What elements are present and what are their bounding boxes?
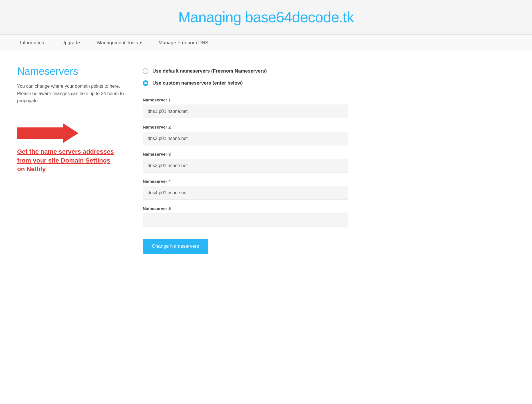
nameserver-2-group: Nameserver 2 [143,125,382,145]
nameserver-1-group: Nameserver 1 [143,97,382,118]
nav-information[interactable]: Information [11,35,53,51]
nav-manage-freenom-dns[interactable]: Manage Freenom DNS [150,35,217,51]
nav-management-tools[interactable]: Management Tools ▾ [88,35,150,51]
radio-circle-default [143,68,148,74]
nameserver-4-group: Nameserver 4 [143,179,382,200]
nameserver-1-label: Nameserver 1 [143,97,382,102]
page-title: Managing base64decode.tk [6,9,526,26]
nameserver-4-input[interactable] [143,186,348,200]
page-header: Managing base64decode.tk [0,0,532,35]
arrow-annotation: Get the name servers addresses from your… [17,122,126,174]
nameserver-1-input[interactable] [143,105,348,118]
nameserver-3-input[interactable] [143,159,348,173]
main-content: Nameservers You can change where your do… [0,51,400,268]
annotation-text: Get the name servers addresses from your… [17,147,117,174]
radio-default-nameservers[interactable]: Use default nameservers (Freenom Nameser… [143,68,382,74]
nameserver-5-label: Nameserver 5 [143,206,382,211]
arrow-icon [17,122,80,145]
svg-marker-0 [17,123,78,143]
right-panel: Use default nameservers (Freenom Nameser… [143,65,382,254]
section-description: You can change where your domain points … [17,83,126,105]
section-title: Nameservers [17,65,126,77]
nameserver-4-label: Nameserver 4 [143,179,382,184]
radio-label-custom: Use custom nameservers (enter below) [152,80,243,86]
radio-label-default: Use default nameservers (Freenom Nameser… [152,68,267,74]
left-panel: Nameservers You can change where your do… [17,65,126,254]
nav-upgrade[interactable]: Upgrade [53,35,88,51]
radio-group: Use default nameservers (Freenom Nameser… [143,68,382,86]
nameserver-2-input[interactable] [143,132,348,145]
nameserver-5-group: Nameserver 5 [143,206,382,227]
change-nameservers-button[interactable]: Change Nameservers [143,239,208,254]
nameserver-5-input[interactable] [143,213,348,227]
radio-custom-nameservers[interactable]: Use custom nameservers (enter below) [143,80,382,86]
nameserver-2-label: Nameserver 2 [143,125,382,129]
nav-bar: Information Upgrade Management Tools ▾ M… [0,35,532,51]
chevron-down-icon: ▾ [140,41,142,45]
nameserver-3-label: Nameserver 3 [143,152,382,157]
nameserver-3-group: Nameserver 3 [143,152,382,173]
radio-circle-custom [143,80,148,86]
